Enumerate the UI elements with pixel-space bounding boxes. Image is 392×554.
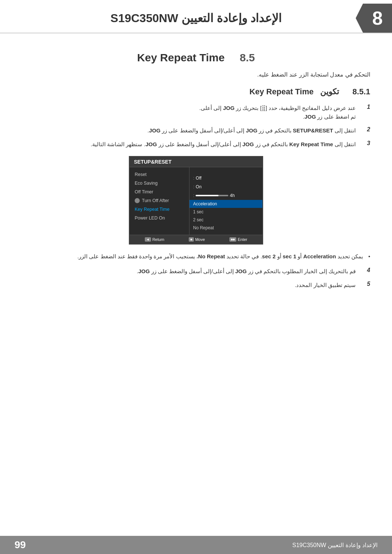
menu-item-turn-off-after: Turn Off After <box>130 196 189 205</box>
slider-bar <box>196 195 228 196</box>
chapter-badge: 8 <box>363 4 392 33</box>
step-1: 1 عند عرض دليل المفاتيح الوظيفية، حدد [⣿… <box>22 104 370 121</box>
step-2-number: 2 <box>359 126 370 133</box>
enter-icon: ■■ <box>229 237 236 242</box>
main-content: Key Repeat Time 8.5 التحكم في معدل استجا… <box>0 33 392 324</box>
step-5: 5 سيتم تطبيق الخيار المحدد. <box>22 281 370 290</box>
submenu-2sec: 2 sec <box>189 216 262 224</box>
screen-body: Reset Eco Saving Off Timer Turn Off Afte… <box>130 167 262 235</box>
page-footer: الإعداد وإعادة التعيين S19C350NW 99 <box>0 536 392 554</box>
move-label: Move <box>195 237 205 242</box>
section-number: 8.5 <box>240 52 255 63</box>
step-2-text: انتقل إلى SETUP&RESET بالتحكم في زر JOG … <box>22 126 356 135</box>
menu-reset-label: Reset <box>135 172 147 177</box>
move-icon: ■ <box>189 237 193 242</box>
footer-btn-move: ■ Move <box>189 237 205 242</box>
step-1-number: 1 <box>359 104 370 110</box>
menu-offtimer-label: Off Timer <box>135 189 153 194</box>
subsection-number: 8.5.1 <box>352 87 370 96</box>
subsection-title-latin: Key Repeat Time <box>249 87 314 96</box>
page-header: الإعداد وإعادة التعيين S19C350NW 8 <box>0 0 392 33</box>
screen-mockup-container: SETUP&RESET Reset Eco Saving Off Timer <box>22 156 370 245</box>
submenu-no-repeat: No Repeat <box>189 224 262 232</box>
footer-page-number: 99 <box>15 539 26 551</box>
footer-btn-return: ◄ Return <box>145 237 164 242</box>
screen-header: SETUP&RESET <box>130 157 262 167</box>
submenu-acceleration: Acceleration <box>189 200 262 208</box>
description: التحكم في معدل استجابة الزر عند الضغط عل… <box>22 71 370 78</box>
menu-eco-label: Eco Saving <box>135 181 158 186</box>
step-1-text: عند عرض دليل المفاتيح الوظيفية، حدد [⣿] … <box>22 104 356 121</box>
slider-row-turnoff: : 4h <box>189 191 262 200</box>
return-icon: ◄ <box>145 237 151 242</box>
subsection-title: 8.5.1 تكوين Key Repeat Time <box>22 87 370 97</box>
step-2: 2 انتقل إلى SETUP&RESET بالتحكم في زر JO… <box>22 126 370 135</box>
step-5-number: 5 <box>359 281 370 287</box>
menu-item-off-timer: Off Timer <box>130 188 189 196</box>
header-title: الإعداد وإعادة التعيين S19C350NW <box>0 6 363 30</box>
screen-left-menu: Reset Eco Saving Off Timer Turn Off Afte… <box>130 167 189 235</box>
step-4-number: 4 <box>359 267 370 274</box>
step-3-text: انتقل إلى Key Repeat Time بالتحكم في زر … <box>22 140 356 149</box>
menu-item-reset: Reset <box>130 170 189 179</box>
step-4-text: قم بالتحريك إلى الخيار المطلوب بالتحكم ف… <box>22 267 356 276</box>
bullet-note: يمكن تحديد Acceleration أو 1 sec أو 2 se… <box>22 252 370 261</box>
footer-btn-enter: ■■ Enter <box>229 237 247 242</box>
slider-fill <box>196 195 219 196</box>
value-row-eco: : Off <box>189 174 262 182</box>
steps-list: 1 عند عرض دليل المفاتيح الوظيفية، حدد [⣿… <box>22 104 370 290</box>
step-3-number: 3 <box>359 140 370 147</box>
menu-item-power-led: Power LED On <box>130 214 189 222</box>
section-title: Key Repeat Time 8.5 <box>22 52 370 64</box>
step-3: 3 انتقل إلى Key Repeat Time بالتحكم في ز… <box>22 140 370 149</box>
return-label: Return <box>152 237 164 242</box>
screen-mockup: SETUP&RESET Reset Eco Saving Off Timer <box>129 156 263 245</box>
slider-value: 4h <box>230 193 234 198</box>
step-5-text: سيتم تطبيق الخيار المحدد. <box>22 281 356 290</box>
value-row-offtimer: : On <box>189 182 262 191</box>
menu-powerled-label: Power LED On <box>135 216 165 221</box>
enter-label: Enter <box>238 237 247 242</box>
subsection-title-arabic: تكوين <box>320 87 339 96</box>
value-row-reset <box>189 170 262 174</box>
screen-footer: ◄ Return ■ Move ■■ Enter <box>130 235 262 244</box>
menu-turnoff-label: Turn Off After <box>142 198 169 203</box>
menu-keyrepeat-label: Key Repeat Time <box>135 207 170 212</box>
submenu-1sec: 1 sec <box>189 208 262 216</box>
menu-item-eco-saving: Eco Saving <box>130 179 189 188</box>
menu-dot-turnoff <box>135 198 140 203</box>
screen-right-values: : Off : On : 4h <box>189 167 262 235</box>
menu-item-key-repeat: Key Repeat Time <box>130 205 189 214</box>
step-4: 4 قم بالتحريك إلى الخيار المطلوب بالتحكم… <box>22 267 370 276</box>
section-title-text: Key Repeat Time <box>137 52 225 63</box>
footer-title: الإعداد وإعادة التعيين S19C350NW <box>292 542 377 549</box>
